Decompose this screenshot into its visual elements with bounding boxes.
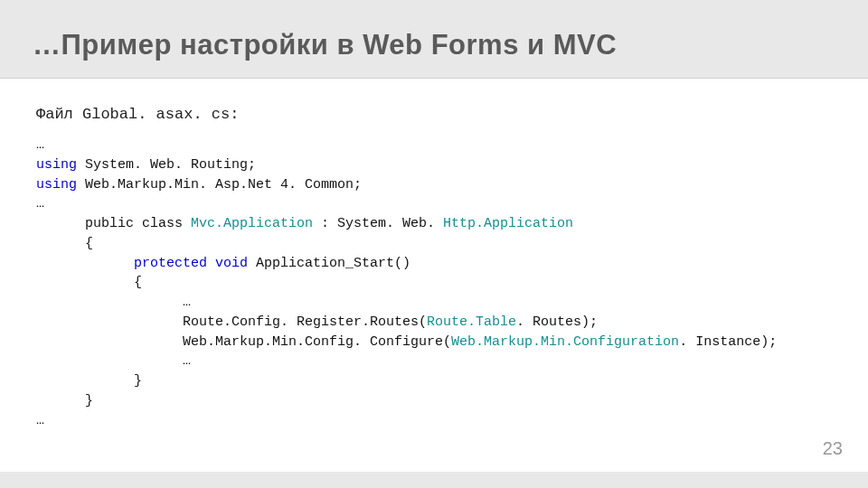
keyword: using — [36, 157, 77, 173]
code-text: Web.Markup.Min. Asp.Net 4. Common; — [77, 177, 362, 192]
keyword: using — [36, 177, 77, 192]
code-line: … — [36, 196, 44, 211]
page-number: 23 — [823, 438, 843, 459]
code-text: : System. Web. — [321, 216, 443, 231]
code-line: … — [36, 295, 191, 310]
code-line: … — [36, 413, 44, 428]
code-text: Route.Config. Register.Routes( — [36, 314, 427, 330]
type-name: Mvc.Application — [191, 216, 321, 231]
code-block: … using System. Web. Routing; using Web.… — [36, 136, 832, 430]
code-text: Application_Start() — [248, 256, 410, 271]
file-label: Файл Global. asax. cs: — [36, 106, 832, 123]
slide-content: Файл Global. asax. cs: … using System. W… — [0, 79, 868, 472]
type-name: Http.Application — [443, 216, 573, 231]
code-text: . Instance); — [679, 334, 777, 350]
type-name: Web.Markup.Min.Configuration — [451, 334, 679, 350]
code-line: … — [36, 137, 44, 153]
code-text: System. Web. Routing; — [77, 157, 256, 173]
slide: …Пример настройки в Web Forms и MVC Файл… — [0, 0, 868, 488]
slide-header: …Пример настройки в Web Forms и MVC — [0, 0, 868, 79]
code-line: } — [36, 373, 142, 389]
slide-title: …Пример настройки в Web Forms и MVC — [33, 29, 868, 61]
code-line: … — [36, 353, 191, 369]
code-text: Web.Markup.Min.Config. Configure( — [36, 334, 451, 350]
code-text: . Routes); — [516, 314, 598, 330]
keyword: protected void — [36, 256, 248, 271]
code-text: public class — [36, 216, 191, 231]
type-name: Route.Table — [427, 314, 516, 330]
code-line: { — [36, 236, 93, 251]
code-line: } — [36, 393, 93, 408]
code-line: { — [36, 275, 142, 290]
